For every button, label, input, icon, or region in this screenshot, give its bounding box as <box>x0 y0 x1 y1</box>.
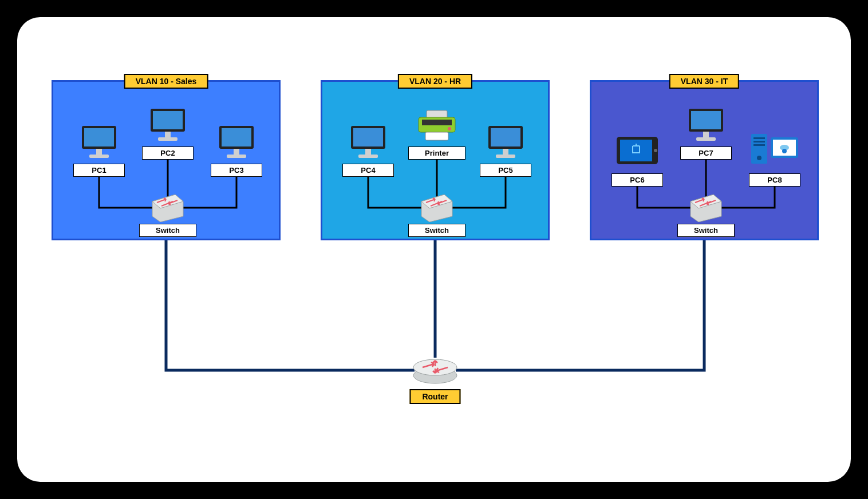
switch-label: Switch <box>677 224 735 237</box>
device-label: PC6 <box>611 173 663 187</box>
svg-rect-6 <box>153 111 183 129</box>
tablet-icon <box>616 134 659 167</box>
svg-rect-40 <box>753 137 765 139</box>
svg-rect-8 <box>158 137 177 141</box>
svg-rect-26 <box>491 128 520 146</box>
svg-point-43 <box>757 156 762 160</box>
svg-rect-11 <box>234 149 239 155</box>
svg-rect-24 <box>425 132 448 140</box>
vlan-box-hr: VLAN 20 - HR PC4 Printer <box>321 80 550 240</box>
vlan-title: VLAN 30 - IT <box>669 74 739 89</box>
device-label: PC2 <box>142 146 194 160</box>
pc-icon <box>348 125 388 160</box>
svg-rect-28 <box>496 155 515 158</box>
switch-label: Switch <box>408 224 465 237</box>
vlan-title: VLAN 10 - Sales <box>124 74 208 89</box>
device-label: PC7 <box>680 146 732 160</box>
printer-icon <box>415 109 459 142</box>
svg-rect-17 <box>353 128 383 146</box>
pc-icon <box>148 108 188 143</box>
svg-rect-36 <box>691 111 721 129</box>
svg-rect-19 <box>358 155 378 158</box>
pc-icon <box>216 125 257 160</box>
svg-rect-10 <box>222 128 251 146</box>
svg-rect-7 <box>165 132 171 137</box>
svg-rect-41 <box>753 141 765 142</box>
device-label: PC1 <box>73 164 125 177</box>
device-label: PC8 <box>749 173 800 187</box>
device-label: Printer <box>408 146 465 160</box>
vlan-title: VLAN 20 - HR <box>398 74 472 89</box>
pc-icon <box>686 108 726 143</box>
svg-rect-33 <box>620 140 652 161</box>
vlan-box-it: VLAN 30 - IT PC6 PC7 <box>590 80 819 240</box>
svg-rect-18 <box>365 149 371 155</box>
router-label: Router <box>409 389 460 404</box>
svg-rect-42 <box>753 144 765 146</box>
pc-icon <box>79 125 119 160</box>
svg-point-46 <box>782 149 787 153</box>
svg-rect-27 <box>503 149 508 155</box>
switch-icon <box>687 193 725 222</box>
pc-icon <box>486 125 526 160</box>
svg-rect-12 <box>227 155 246 158</box>
vlan-box-sales: VLAN 10 - Sales PC1 PC2 <box>52 80 281 240</box>
device-label: PC3 <box>211 164 262 177</box>
switch-icon <box>418 193 456 222</box>
switch-label: Switch <box>139 224 196 237</box>
switch-icon <box>149 193 187 222</box>
device-label: PC4 <box>342 164 394 177</box>
svg-rect-3 <box>96 149 102 155</box>
server-icon <box>749 130 800 166</box>
svg-point-23 <box>448 127 451 130</box>
router-icon <box>411 354 459 385</box>
svg-rect-37 <box>703 132 709 137</box>
svg-rect-2 <box>84 128 114 146</box>
svg-point-34 <box>654 149 657 152</box>
device-label: PC5 <box>480 164 531 177</box>
svg-rect-4 <box>89 155 109 158</box>
diagram-canvas: VLAN 10 - Sales PC1 PC2 <box>17 17 851 482</box>
svg-rect-38 <box>696 137 716 141</box>
svg-rect-22 <box>422 120 452 125</box>
